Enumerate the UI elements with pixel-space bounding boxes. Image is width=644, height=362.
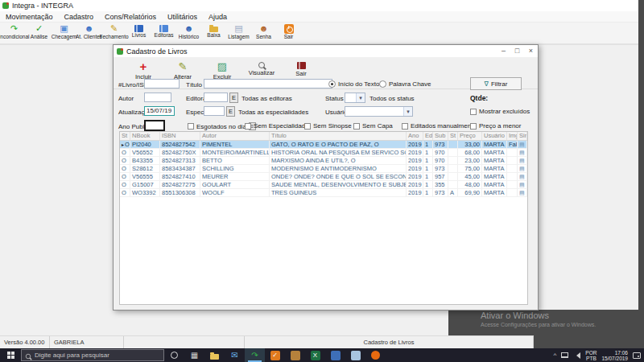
dialog-maximize-button[interactable]: □ <box>510 45 524 57</box>
toolbar-checagem-button[interactable]: ▣Checagem <box>52 23 76 44</box>
grid-col-8-st[interactable]: St <box>448 132 458 140</box>
mostrar-excluidos-checkbox[interactable]: Mostrar excluídos <box>470 108 530 115</box>
editora-browse-button[interactable]: E <box>229 93 238 103</box>
taskbar-task-view-button[interactable]: ▦ <box>184 348 204 362</box>
ano-publ-label: Ano Publ <box>118 123 144 130</box>
taskbar-antivirus-button[interactable]: ✓ <box>265 348 285 362</box>
status-label: Status <box>325 95 344 102</box>
autor-input[interactable] <box>144 93 171 102</box>
toolbar-analise-button[interactable]: ✓Análise <box>27 23 52 44</box>
grid-cell: SCHILLING <box>200 165 270 172</box>
sem-sinopse-checkbox[interactable]: Sem Sinopse <box>304 122 352 130</box>
grid-col-2-isbn[interactable]: ISBN <box>160 132 200 140</box>
taskbar-cortana-button[interactable] <box>164 348 184 362</box>
grid-col-11-img[interactable]: Img <box>507 132 518 140</box>
taskbar-file-explorer-button[interactable] <box>204 348 225 362</box>
livro-isbn-input[interactable] <box>144 79 180 88</box>
grid-col-0-st[interactable]: St <box>120 132 130 140</box>
preco-a-menor-checkbox[interactable]: Preço a menor <box>470 122 521 130</box>
atualizacao-input[interactable]: 15/07/19 <box>144 106 175 116</box>
taskbar-search-input[interactable]: Digite aqui para pesquisar <box>21 349 164 361</box>
titulo-input[interactable] <box>204 79 332 88</box>
main-window-title: Integra - INTEGRA <box>12 2 73 10</box>
grid-cell <box>507 189 518 196</box>
dialog-minimize-button[interactable]: – <box>497 45 510 57</box>
filtrar-button[interactable]: ∇Filtrar <box>470 77 522 90</box>
toolbar-editoras-button[interactable]: Editoras <box>151 23 176 44</box>
table-row[interactable]: ▸OPI20408524827542PIMENTELGATO, O RATO E… <box>120 141 527 149</box>
start-button[interactable] <box>0 348 21 362</box>
toolbar-fechamento-button[interactable]: ✎Fechamento <box>101 23 126 44</box>
grid-cell <box>507 149 518 156</box>
taskbar-integra-app-button[interactable]: ↷ <box>245 348 265 362</box>
espec-input[interactable] <box>204 106 225 116</box>
taskbar-outlook-button[interactable]: ✉ <box>225 348 245 362</box>
toolbar-at-clientes-button[interactable]: ☻At. Clientes <box>76 23 101 44</box>
toolbar-livros-button[interactable]: Livros <box>126 23 151 44</box>
table-row[interactable]: OB433558524827313BETTOMARXISMO AINDA E U… <box>120 157 527 165</box>
palavra-chave-radio[interactable]: Palavra Chave <box>379 80 431 88</box>
toolbar-historico-button[interactable]: ☻Histórico <box>176 23 201 44</box>
grid-col-5-ano[interactable]: Ano <box>407 132 423 140</box>
titulo-label: Título <box>186 81 202 88</box>
taskbar-app-window-button[interactable] <box>345 348 365 362</box>
inicio-do-texto-radio[interactable]: Início do Texto <box>328 80 379 88</box>
ano-publ-input[interactable] <box>144 120 165 131</box>
dialog-titlebar[interactable]: Cadastro de Livros – □ × <box>114 45 538 57</box>
menu-ajuda[interactable]: Ajuda <box>203 13 233 21</box>
grid-col-4-titulo[interactable]: Título <box>270 132 407 140</box>
language-indicator[interactable]: PORPTB <box>585 350 597 361</box>
usuario-combo[interactable]: ▾ <box>345 106 413 117</box>
editora-input[interactable] <box>204 93 228 102</box>
grid-col-12-sin[interactable]: Sin <box>518 132 527 140</box>
search-icon <box>26 353 31 358</box>
taskbar-app-blue-button[interactable] <box>325 348 345 362</box>
table-row[interactable]: OV565558524827410MEURERONDE? ONDE? ONDE … <box>120 173 527 181</box>
notification-center-icon[interactable] <box>633 352 641 359</box>
table-row[interactable]: OV56552852482750XMONTEIRO/MARTINELLHISTO… <box>120 149 527 157</box>
taskbar-stamp-app-button[interactable] <box>285 348 305 362</box>
status-combo[interactable]: ▾ <box>345 93 365 103</box>
editados-manualmente-checkbox[interactable]: Editados manualmente <box>402 122 477 130</box>
grid-cell: 48,00 <box>458 181 482 188</box>
chevron-down-icon[interactable]: ▾ <box>403 107 412 116</box>
sem-especialidade-checkbox[interactable]: Sem Especialidade <box>245 122 308 130</box>
menu-cadastro[interactable]: Cadastro <box>59 13 100 21</box>
table-row[interactable]: OS286128583434387SCHILLINGMODERNISMO E A… <box>120 165 527 173</box>
grid-col-3-autor[interactable]: Autor <box>200 132 270 140</box>
status-version: Versão 4.00.00 <box>0 336 50 348</box>
toolbar-incondicional-button[interactable]: ↷Incondicional <box>2 23 27 44</box>
grid-col-10-usuario[interactable]: Usuário <box>482 132 507 140</box>
toolbar-sair-button[interactable]: Sair <box>276 23 301 44</box>
toolbar-listagem-button[interactable]: ▤Listagem <box>226 23 251 44</box>
qtde-label: Qtde: <box>470 94 488 102</box>
toolbar-senha-button[interactable]: ☻Senha <box>251 23 276 44</box>
grid-cell: 8583434387 <box>160 165 200 172</box>
table-row[interactable]: OG150078524827275GOULARTSAUDE MENTAL, DE… <box>120 181 527 189</box>
tray-expand-chevron[interactable]: ^ <box>554 352 557 359</box>
book-icon <box>159 25 168 32</box>
sem-capa-checkbox[interactable]: Sem Capa <box>353 122 393 130</box>
hand-stamp-icon <box>291 351 300 360</box>
menu-cons-relatorios[interactable]: Cons/Relatórios <box>99 13 162 21</box>
taskbar-excel-button[interactable]: X <box>305 348 325 362</box>
taskbar-firefox-button[interactable] <box>365 348 386 362</box>
grid-cell <box>507 181 518 188</box>
papers-icon: ▤ <box>234 23 242 34</box>
grid-col-6-ed[interactable]: Ed <box>423 132 433 140</box>
dialog-close-button[interactable]: × <box>524 45 538 57</box>
clock[interactable]: 17:0615/07/2019 <box>601 350 628 361</box>
toolbar-label: Listagem <box>228 34 249 39</box>
toolbar-baixa-button[interactable]: Baixa <box>201 23 226 44</box>
chevron-down-icon[interactable]: ▾ <box>356 93 365 102</box>
grid-cell: 2019 <box>407 165 423 172</box>
network-icon[interactable] <box>561 352 568 358</box>
espec-browse-button[interactable]: E <box>226 106 235 117</box>
menu-utilitarios[interactable]: Utilitários <box>162 13 203 21</box>
menu-movimentacao[interactable]: Movimentação <box>0 13 59 21</box>
table-row[interactable]: OWO33928551306308WOOLFTRES GUINEUS201919… <box>120 189 527 197</box>
speaker-icon[interactable] <box>573 352 580 359</box>
grid-col-9-preco[interactable]: Preço <box>458 132 482 140</box>
grid-col-7-sub[interactable]: Sub <box>433 132 448 140</box>
grid-col-1-nbook[interactable]: NBook <box>130 132 160 140</box>
